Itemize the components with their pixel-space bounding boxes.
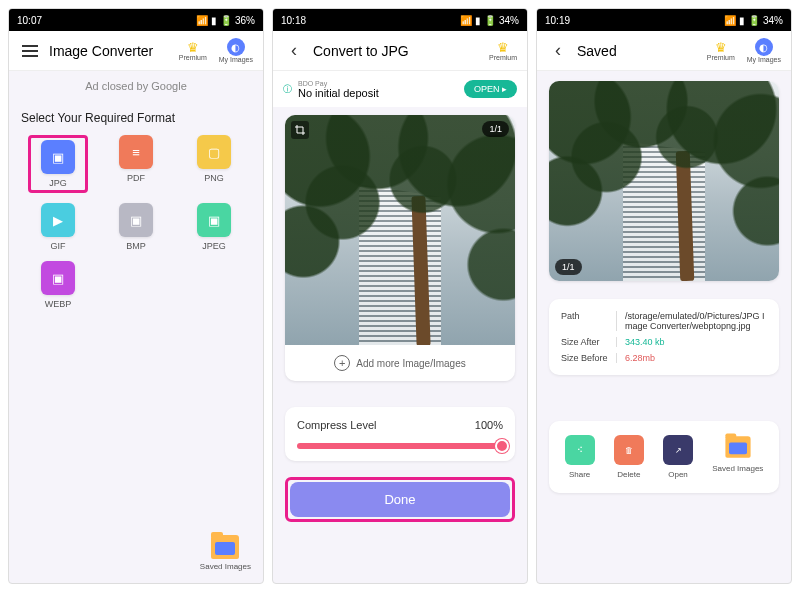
crown-icon: ♛ (497, 41, 509, 54)
slider-thumb[interactable] (495, 439, 509, 453)
status-time: 10:18 (281, 15, 306, 26)
signal-icon: ▮ (475, 15, 481, 26)
battery-percent: 36% (235, 15, 255, 26)
path-value: /storage/emulated/0/Pictures/JPG Image C… (625, 311, 767, 331)
page-title: Convert to JPG (313, 43, 477, 59)
wifi-icon: 📶 (724, 15, 736, 26)
crop-icon[interactable] (291, 121, 309, 139)
compress-card: Compress Level 100% (285, 407, 515, 461)
statusbar: 10:19 📶 ▮ 🔋 34% (537, 9, 791, 31)
ad-closed-bar: Ad closed by Google (9, 71, 263, 101)
battery-icon: 🔋 (748, 15, 760, 26)
format-jpg[interactable]: ▣ JPG (28, 135, 88, 193)
compress-slider[interactable] (297, 443, 503, 449)
saved-images-button[interactable]: Saved Images (200, 535, 251, 571)
status-icons: 📶 ▮ 🔋 36% (196, 15, 255, 26)
signal-icon: ▮ (739, 15, 745, 26)
images-icon: ◐ (227, 38, 245, 56)
add-more-button[interactable]: + Add more Image/Images (285, 345, 515, 381)
plus-icon: + (334, 355, 350, 371)
status-icons: 📶 ▮ 🔋 34% (724, 15, 783, 26)
my-images-button[interactable]: ◐ My Images (747, 38, 781, 63)
back-icon[interactable]: ‹ (283, 40, 305, 62)
format-grid: ▣ JPG ≡ PDF ▢ PNG ▶ GIF ▣ BMP ▣ JPEG (9, 131, 263, 313)
status-icons: 📶 ▮ 🔋 34% (460, 15, 519, 26)
ad-open-button[interactable]: OPEN ▸ (464, 80, 517, 98)
crown-icon: ♛ (187, 41, 199, 54)
share-button[interactable]: ⠪ Share (565, 435, 595, 479)
ad-choices-icon[interactable]: ⓘ (283, 83, 292, 96)
action-card: ⠪ Share 🗑 Delete ↗ Open Saved Images (549, 421, 779, 493)
document-icon: ≡ (119, 135, 153, 169)
premium-badge[interactable]: ♛ Premium (179, 41, 207, 61)
trash-icon: 🗑 (614, 435, 644, 465)
done-button-highlight: Done (285, 477, 515, 522)
done-button[interactable]: Done (290, 482, 510, 517)
size-before-label: Size Before (561, 353, 617, 363)
app-header: ‹ Convert to JPG ♛ Premium (273, 31, 527, 71)
battery-icon: 🔋 (220, 15, 232, 26)
image-preview[interactable]: 1/1 (549, 81, 779, 281)
statusbar: 10:07 📶 ▮ 🔋 36% (9, 9, 263, 31)
app-header: Image Converter ♛ Premium ◐ My Images (9, 31, 263, 71)
page-title: Saved (577, 43, 695, 59)
page-title: Image Converter (49, 43, 167, 59)
compress-value: 100% (475, 419, 503, 431)
battery-percent: 34% (499, 15, 519, 26)
crown-icon: ♛ (715, 41, 727, 54)
statusbar: 10:18 📶 ▮ 🔋 34% (273, 9, 527, 31)
signal-icon: ▮ (211, 15, 217, 26)
file-icon: ▣ (119, 203, 153, 237)
size-before-value: 6.28mb (625, 353, 767, 363)
section-title: Select Your Required Format (9, 101, 263, 131)
screen-convert: 10:18 📶 ▮ 🔋 34% ‹ Convert to JPG ♛ Premi… (272, 8, 528, 584)
image-preview[interactable]: 1/1 (285, 115, 515, 345)
format-pdf[interactable]: ≡ PDF (106, 135, 166, 193)
folder-icon (211, 535, 239, 559)
info-card: Path /storage/emulated/0/Pictures/JPG Im… (549, 299, 779, 375)
wifi-icon: 📶 (196, 15, 208, 26)
image-card: 1/1 (549, 81, 779, 281)
format-png[interactable]: ▢ PNG (184, 135, 244, 193)
back-icon[interactable]: ‹ (547, 40, 569, 62)
size-after-value: 343.40 kb (625, 337, 767, 347)
file-icon: ▢ (197, 135, 231, 169)
images-icon: ◐ (755, 38, 773, 56)
format-bmp[interactable]: ▣ BMP (106, 203, 166, 251)
format-gif[interactable]: ▶ GIF (28, 203, 88, 251)
folder-icon (725, 436, 750, 458)
delete-button[interactable]: 🗑 Delete (614, 435, 644, 479)
app-header: ‹ Saved ♛ Premium ◐ My Images (537, 31, 791, 71)
premium-badge[interactable]: ♛ Premium (489, 41, 517, 61)
compress-label: Compress Level (297, 419, 376, 431)
wifi-icon: 📶 (460, 15, 472, 26)
status-time: 10:07 (17, 15, 42, 26)
battery-icon: 🔋 (484, 15, 496, 26)
play-icon: ▶ (41, 203, 75, 237)
path-label: Path (561, 311, 617, 331)
file-icon: ▣ (41, 261, 75, 295)
share-icon: ⠪ (565, 435, 595, 465)
status-time: 10:19 (545, 15, 570, 26)
menu-icon[interactable] (19, 40, 41, 62)
my-images-button[interactable]: ◐ My Images (219, 38, 253, 63)
format-webp[interactable]: ▣ WEBP (28, 261, 88, 309)
image-icon: ▣ (197, 203, 231, 237)
ad-banner[interactable]: ⓘ BDO Pay No initial deposit OPEN ▸ (273, 71, 527, 107)
size-after-label: Size After (561, 337, 617, 347)
image-card: 1/1 + Add more Image/Images (285, 115, 515, 381)
image-icon: ▣ (41, 140, 75, 174)
image-counter: 1/1 (555, 259, 582, 275)
image-counter: 1/1 (482, 121, 509, 137)
open-button[interactable]: ↗ Open (663, 435, 693, 479)
open-icon: ↗ (663, 435, 693, 465)
battery-percent: 34% (763, 15, 783, 26)
screen-format-select: 10:07 📶 ▮ 🔋 36% Image Converter ♛ Premiu… (8, 8, 264, 584)
premium-badge[interactable]: ♛ Premium (707, 41, 735, 61)
format-jpeg[interactable]: ▣ JPEG (184, 203, 244, 251)
screen-saved: 10:19 📶 ▮ 🔋 34% ‹ Saved ♛ Premium ◐ My I… (536, 8, 792, 584)
saved-images-button[interactable]: Saved Images (712, 435, 763, 479)
